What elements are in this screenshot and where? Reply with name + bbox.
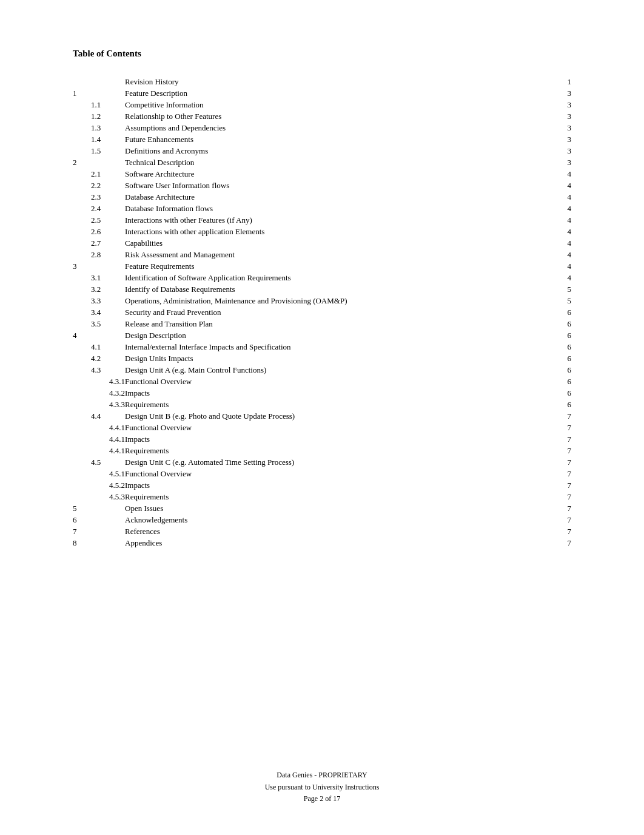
toc-label: Security and Fraud Prevention bbox=[125, 306, 553, 318]
toc-row: 4.1Internal/external Interface Impacts a… bbox=[73, 341, 571, 353]
toc-number: 4 bbox=[73, 330, 125, 341]
page: Table of Contents Revision History11Feat… bbox=[0, 0, 644, 835]
toc-page-number: 4 bbox=[553, 203, 571, 214]
toc-row: 4.3.2Impacts6 bbox=[73, 387, 571, 399]
toc-page-number: 6 bbox=[553, 341, 571, 353]
page-title: Table of Contents bbox=[73, 49, 571, 59]
toc-page-number: 1 bbox=[553, 76, 571, 87]
toc-page-number: 7 bbox=[553, 502, 571, 514]
toc-row: 4.3Design Unit A (e.g. Main Control Func… bbox=[73, 364, 571, 376]
toc-number bbox=[73, 76, 125, 87]
toc-label: Feature Requirements bbox=[125, 260, 553, 272]
toc-row: 4.4.1Requirements7 bbox=[73, 445, 571, 456]
toc-label: Database Information flows bbox=[125, 203, 553, 214]
toc-row: 2.1Software Architecture4 bbox=[73, 168, 571, 180]
toc-row: 4.2Design Units Impacts6 bbox=[73, 353, 571, 364]
toc-row: 4.4.1Functional Overview7 bbox=[73, 422, 571, 433]
toc-page-number: 6 bbox=[553, 353, 571, 364]
toc-row: 1.5Definitions and Acronyms3 bbox=[73, 145, 571, 157]
toc-row: 7References7 bbox=[73, 526, 571, 537]
toc-row: 2.3Database Architecture4 bbox=[73, 191, 571, 203]
toc-page-number: 6 bbox=[553, 399, 571, 410]
toc-page-number: 4 bbox=[553, 249, 571, 260]
toc-page-number: 4 bbox=[553, 237, 571, 249]
toc-label: Appendices bbox=[125, 537, 553, 549]
toc-page-number: 7 bbox=[553, 491, 571, 502]
toc-page-number: 4 bbox=[553, 226, 571, 237]
toc-row: 1Feature Description3 bbox=[73, 87, 571, 99]
toc-number: 4.4 bbox=[73, 410, 125, 422]
toc-label: Technical Description bbox=[125, 157, 553, 168]
toc-page-number: 3 bbox=[553, 99, 571, 110]
toc-number: 1.2 bbox=[73, 110, 125, 122]
toc-row: 3.1Identification of Software Applicatio… bbox=[73, 272, 571, 283]
toc-page-number: 7 bbox=[553, 537, 571, 549]
toc-number: 3.1 bbox=[73, 272, 125, 283]
toc-label: Open Issues bbox=[125, 502, 553, 514]
toc-label: Software Architecture bbox=[125, 168, 553, 180]
toc-label: Functional Overview bbox=[125, 376, 553, 387]
toc-table: Revision History11Feature Description31.… bbox=[73, 76, 571, 549]
toc-page-number: 4 bbox=[553, 180, 571, 191]
toc-label: Capabilities bbox=[125, 237, 553, 249]
toc-row: 3Feature Requirements4 bbox=[73, 260, 571, 272]
toc-label: Impacts bbox=[125, 387, 553, 399]
toc-row: 3.4Security and Fraud Prevention6 bbox=[73, 306, 571, 318]
toc-row: 4.4.1Impacts7 bbox=[73, 433, 571, 445]
toc-number: 1.4 bbox=[73, 134, 125, 145]
toc-number: 2.1 bbox=[73, 168, 125, 180]
toc-label: Requirements bbox=[125, 445, 553, 456]
toc-label: Acknowledgements bbox=[125, 514, 553, 526]
footer-page: Page 2 of 17 bbox=[0, 793, 644, 805]
toc-page-number: 4 bbox=[553, 168, 571, 180]
toc-number: 4.3.2 bbox=[73, 387, 125, 399]
toc-page-number: 7 bbox=[553, 422, 571, 433]
toc-label: Operations, Administration, Maintenance … bbox=[125, 295, 553, 306]
footer: Data Genies - PROPRIETARY Use pursuant t… bbox=[0, 769, 644, 805]
toc-row: 4.5.2Impacts7 bbox=[73, 479, 571, 491]
toc-number: 1 bbox=[73, 87, 125, 99]
toc-label: Requirements bbox=[125, 491, 553, 502]
toc-label: Requirements bbox=[125, 399, 553, 410]
toc-label: Impacts bbox=[125, 479, 553, 491]
toc-label: Functional Overview bbox=[125, 468, 553, 479]
toc-row: 3.3Operations, Administration, Maintenan… bbox=[73, 295, 571, 306]
toc-number: 8 bbox=[73, 537, 125, 549]
toc-label: Design Units Impacts bbox=[125, 353, 553, 364]
toc-row: 4.4Design Unit B (e.g. Photo and Quote U… bbox=[73, 410, 571, 422]
toc-row: 4.3.1Functional Overview6 bbox=[73, 376, 571, 387]
toc-label: Assumptions and Dependencies bbox=[125, 122, 553, 134]
toc-number: 4.2 bbox=[73, 353, 125, 364]
toc-page-number: 6 bbox=[553, 364, 571, 376]
toc-label: Feature Description bbox=[125, 87, 553, 99]
toc-page-number: 4 bbox=[553, 272, 571, 283]
toc-number: 4.5.2 bbox=[73, 479, 125, 491]
toc-page-number: 7 bbox=[553, 514, 571, 526]
toc-page-number: 5 bbox=[553, 283, 571, 295]
toc-label: Risk Assessment and Management bbox=[125, 249, 553, 260]
toc-page-number: 3 bbox=[553, 145, 571, 157]
footer-line1: Data Genies - PROPRIETARY bbox=[0, 769, 644, 781]
toc-number: 3.2 bbox=[73, 283, 125, 295]
toc-number: 4.3.3 bbox=[73, 399, 125, 410]
toc-page-number: 3 bbox=[553, 134, 571, 145]
toc-page-number: 7 bbox=[553, 410, 571, 422]
toc-label: Identify of Database Requirements bbox=[125, 283, 553, 295]
toc-row: 4Design Description6 bbox=[73, 330, 571, 341]
toc-row: 2.5Interactions with other Features (if … bbox=[73, 214, 571, 226]
toc-number: 2.8 bbox=[73, 249, 125, 260]
toc-number: 4.4.1 bbox=[73, 433, 125, 445]
footer-line2: Use pursuant to University Instructions bbox=[0, 782, 644, 793]
toc-label: Software User Information flows bbox=[125, 180, 553, 191]
toc-row: 2Technical Description3 bbox=[73, 157, 571, 168]
toc-page-number: 7 bbox=[553, 433, 571, 445]
toc-label: Definitions and Acronyms bbox=[125, 145, 553, 157]
toc-label: Future Enhancements bbox=[125, 134, 553, 145]
toc-number: 2.4 bbox=[73, 203, 125, 214]
toc-number: 2 bbox=[73, 157, 125, 168]
toc-row: 2.4Database Information flows4 bbox=[73, 203, 571, 214]
toc-page-number: 7 bbox=[553, 468, 571, 479]
toc-number: 2.2 bbox=[73, 180, 125, 191]
toc-number: 1.1 bbox=[73, 99, 125, 110]
toc-number: 3.3 bbox=[73, 295, 125, 306]
